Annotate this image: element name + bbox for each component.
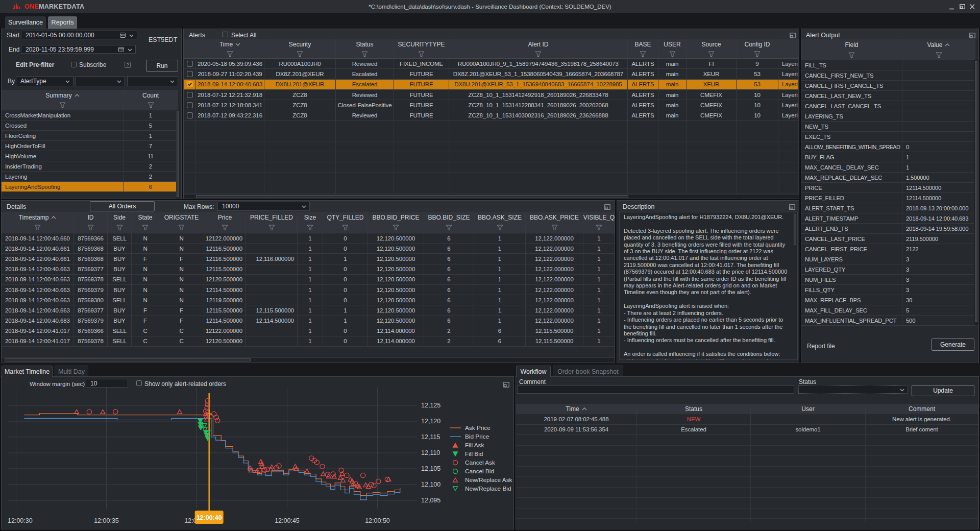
table-row[interactable]: CANCEL_LAST_NEW_TS	[801, 91, 975, 101]
table-row[interactable]: LAYERED_QTY3	[801, 264, 975, 275]
tab-order-book-snapshot[interactable]: Order-book Snapshot	[553, 366, 623, 377]
table-row[interactable]: HighVolume11	[2, 151, 181, 161]
table-row[interactable]: 2018-09-14 12:00:40.66087569366SELLNN121…	[2, 233, 615, 244]
update-button[interactable]: Update	[912, 385, 974, 396]
alert-type-select[interactable]: AlertType	[16, 76, 74, 86]
chevron-down-icon[interactable]	[128, 46, 132, 53]
column-header-Security[interactable]: Security	[264, 39, 336, 50]
subscribe-checkbox[interactable]	[71, 62, 77, 67]
column-header-Status[interactable]: Status	[336, 39, 394, 50]
column-header-Count[interactable]: Count	[124, 90, 178, 101]
table-row[interactable]: LAYERING_TS	[801, 111, 975, 122]
by-select-2[interactable]	[76, 76, 125, 86]
tab-market-timeline[interactable]: Market Timeline	[2, 366, 53, 377]
table-row[interactable]: 2018-09-14 12:00:40.66387569380SELLNN121…	[2, 295, 615, 305]
column-header-Alert ID[interactable]: Alert ID	[449, 39, 628, 50]
table-row[interactable]: CANCEL_LAST_PRICE2119.500000	[801, 234, 975, 244]
start-datetime-input[interactable]: 2014-01-05 00:00:00.000	[21, 31, 137, 39]
table-row[interactable]: NEW_TS	[801, 122, 975, 132]
run-button[interactable]: Run	[146, 60, 178, 71]
table-row[interactable]: 2019-02-07 08:02:45.488NEWNew alert is g…	[516, 414, 978, 425]
filter-funnel-icon[interactable]	[307, 225, 313, 231]
table-row[interactable]: LayeringAndSpoofing6	[2, 182, 181, 192]
summary-vscrollbar[interactable]	[176, 110, 180, 199]
table-row[interactable]: Layering2	[2, 172, 181, 182]
table-row[interactable]: 2018-07-12 09:43:22.316ZCZ8ReviewedFUTUR…	[184, 110, 799, 120]
table-row[interactable]: 2018-09-14 12:00:40.66387569378SELLNN121…	[2, 275, 615, 285]
table-row[interactable]: CANCEL_FIRST_NEW_TS	[801, 70, 975, 81]
minimize-button[interactable]	[949, 4, 955, 10]
table-row[interactable]: 2018-09-14 12:00:41.01787569366SELLCC121…	[2, 326, 615, 336]
table-row[interactable]: 2018-09-27 11:02:20.439DX8Z.201@XEUREsca…	[184, 69, 799, 79]
filter-funnel-icon[interactable]	[936, 52, 942, 58]
column-header-Summary[interactable]: Summary	[2, 90, 124, 101]
table-row[interactable]: MAX_REPLACE_BPS30	[801, 295, 975, 305]
column-header-USER[interactable]: USER	[658, 39, 687, 50]
column-header-PRICE_FILLED[interactable]: PRICE_FILLED	[246, 212, 298, 223]
column-header-Status[interactable]: Status	[637, 404, 751, 414]
column-header-Side[interactable]: Side	[108, 212, 132, 223]
status-select[interactable]	[798, 385, 908, 394]
expand-panel-icon[interactable]	[503, 380, 509, 386]
filter-funnel-icon[interactable]	[446, 225, 452, 231]
column-header-blank[interactable]	[184, 39, 196, 50]
row-checkbox[interactable]	[187, 102, 193, 108]
table-row[interactable]: Crossed5	[2, 120, 181, 131]
table-row[interactable]: HighOrderToFill7	[2, 141, 181, 151]
filter-funnel-icon[interactable]	[551, 225, 558, 231]
filter-funnel-icon[interactable]	[178, 225, 185, 231]
column-header-BBO.BID_SIZE[interactable]: BBO.BID_SIZE	[424, 212, 474, 223]
help-icon[interactable]: ?	[125, 62, 131, 68]
alert-output-vscrollbar[interactable]	[974, 60, 978, 325]
column-header-Size[interactable]: Size	[298, 212, 323, 223]
row-checkbox[interactable]	[187, 112, 193, 118]
column-header-BBO.ASK_SIZE[interactable]: BBO.ASK_SIZE	[474, 212, 526, 223]
tab-multi-day[interactable]: Multi Day	[55, 366, 88, 377]
select-all-checkbox[interactable]	[223, 32, 228, 37]
table-row[interactable]: 2020-05-18 05:39:09.436RU000A100JH0Revie…	[184, 59, 799, 69]
column-header-ORIGSTATE[interactable]: ORIGSTATE	[159, 212, 204, 223]
table-row[interactable]: CANCEL_FIRST_CANCEL_TS	[801, 81, 975, 91]
filter-funnel-icon[interactable]	[497, 225, 503, 231]
filter-funnel-icon[interactable]	[640, 51, 646, 57]
expand-panel-icon[interactable]	[790, 31, 796, 37]
restore-button[interactable]	[959, 4, 965, 10]
table-row[interactable]: CANCEL_FIRST_PRICE2122	[801, 244, 975, 254]
table-row[interactable]: ALERT_START_TS2018-09-13 20:00:00.000	[801, 203, 975, 213]
column-header-Time[interactable]: Time	[516, 404, 637, 414]
table-row[interactable]: EXEC_TS	[801, 132, 975, 142]
description-vscrollbar[interactable]	[793, 212, 797, 359]
table-row[interactable]: ALERT_TIMESTAMP2018-09-14 12:00:40.683	[801, 213, 975, 224]
table-row[interactable]: CANCEL_LAST_CANCEL_TS	[801, 101, 975, 111]
window-margin-input[interactable]: 10	[86, 379, 128, 388]
scrollbar-thumb[interactable]	[196, 195, 628, 198]
column-header-blank[interactable]	[778, 39, 799, 50]
column-header-QTY_FILLED[interactable]: QTY_FILLED	[323, 212, 368, 223]
alerts-hscrollbar[interactable]	[184, 194, 799, 199]
generate-button[interactable]: Generate	[932, 339, 974, 351]
max-rows-select[interactable]: 10000	[217, 202, 310, 211]
table-row[interactable]: NUM_LAYERS3	[801, 254, 975, 264]
table-row[interactable]: MAX_FILL_DELAY_SEC5	[801, 305, 975, 316]
tab-reports[interactable]: Reports	[48, 16, 77, 29]
filter-funnel-icon[interactable]	[848, 52, 855, 58]
filter-funnel-icon[interactable]	[297, 51, 303, 57]
tab-workflow[interactable]: Workflow	[516, 366, 551, 377]
table-row[interactable]: NUM_FILLS3	[801, 275, 975, 285]
table-row[interactable]: InsiderTrading2	[2, 161, 181, 172]
filter-funnel-icon[interactable]	[87, 225, 94, 231]
column-header-BBO.ASK_PRICE[interactable]: BBO.ASK_PRICE	[526, 212, 583, 223]
scrollbar-thumb[interactable]	[975, 61, 977, 322]
column-header-State[interactable]: State	[132, 212, 159, 223]
table-row[interactable]: FILL_TS	[801, 60, 975, 70]
filter-funnel-icon[interactable]	[708, 51, 715, 57]
table-row[interactable]: ALLOW_BENEFITING_WITHIN_SPREAD0	[801, 142, 975, 152]
scrollbar-thumb[interactable]	[794, 214, 796, 245]
table-row[interactable]: 2018-09-14 12:00:40.68387569379BUYFF1211…	[2, 316, 615, 326]
table-row[interactable]: 2018-09-14 12:00:40.683DX8U.201@XEUREsca…	[184, 80, 799, 90]
expand-panel-icon[interactable]	[789, 203, 795, 208]
table-row[interactable]: 2018-09-14 12:00:40.66387569379BUYNN1211…	[2, 285, 615, 295]
table-row[interactable]: 2018-09-14 12:00:40.66387569377BUYFF1211…	[2, 305, 615, 316]
column-header-Timestamp[interactable]: Timestamp	[2, 212, 74, 223]
details-hscrollbar[interactable]	[2, 357, 615, 362]
